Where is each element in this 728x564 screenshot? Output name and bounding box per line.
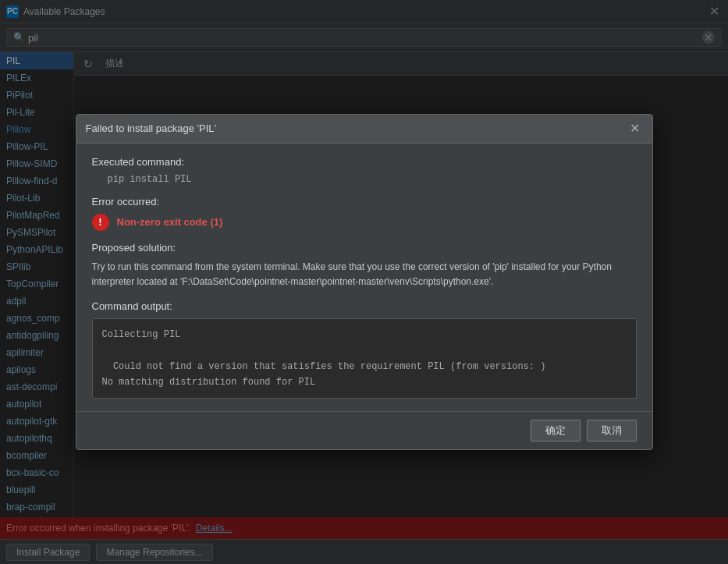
dialog-close-button[interactable]: ✕ xyxy=(627,121,643,137)
dialog-body: Executed command: pip install PIL Error … xyxy=(76,144,652,412)
executed-label: Executed command: xyxy=(92,156,637,168)
dialog-title: Failed to install package 'PIL' xyxy=(86,122,217,134)
main-window: PC Available Packages ✕ 🔍 ✕ PIL PILEx Pi… xyxy=(0,0,728,564)
error-label: Error occurred: xyxy=(92,196,637,208)
command-line: pip install PIL xyxy=(108,174,637,185)
proposed-label: Proposed solution: xyxy=(92,242,637,254)
confirm-button[interactable]: 确定 xyxy=(531,420,581,442)
error-icon: ! xyxy=(92,214,109,231)
output-label: Command output: xyxy=(92,300,637,312)
output-line-4: No matching distribution found for PIL xyxy=(102,374,627,390)
error-code: Non-zero exit code (1) xyxy=(117,216,223,228)
dialog-footer: 确定 取消 xyxy=(76,411,652,449)
output-line-2 xyxy=(102,342,627,358)
command-output-box: Collecting PIL Could not find a version … xyxy=(92,318,637,399)
dialog-title-bar: Failed to install package 'PIL' ✕ xyxy=(76,115,652,144)
cancel-button[interactable]: 取消 xyxy=(587,420,637,442)
output-line-1: Collecting PIL xyxy=(102,327,627,342)
error-row: ! Non-zero exit code (1) xyxy=(92,214,637,231)
modal-overlay: Failed to install package 'PIL' ✕ Execut… xyxy=(0,0,728,564)
output-line-3: Could not find a version that satisfies … xyxy=(102,359,627,374)
error-dialog: Failed to install package 'PIL' ✕ Execut… xyxy=(76,114,653,451)
proposed-text: Try to run this command from the system … xyxy=(92,260,637,289)
